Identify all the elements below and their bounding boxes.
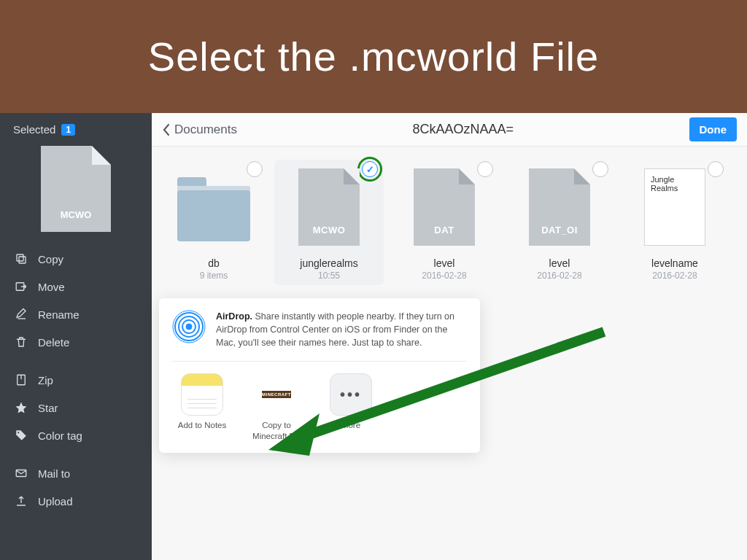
sidebar-item-zip[interactable]: Zip (0, 366, 152, 394)
sidebar-item-label: Color tag (38, 429, 82, 442)
zip-icon (15, 373, 28, 386)
back-button[interactable]: Documents (162, 122, 237, 137)
file-item-datoi[interactable]: DAT_OI level 2016-02-28 (505, 160, 614, 285)
done-button[interactable]: Done (689, 117, 738, 141)
file-name: levelname (651, 257, 698, 269)
slide-title: Select the .mcworld File (148, 33, 599, 80)
file-item-txt[interactable]: Jungle Realms levelname 2016-02-28 (620, 160, 729, 285)
sidebar-item-label: Delete (38, 336, 69, 349)
svg-point-4 (18, 432, 19, 433)
text-document-icon: Jungle Realms (635, 164, 714, 250)
sidebar-item-mail-to[interactable]: Mail to (0, 459, 152, 487)
file-sub: 2016-02-28 (537, 271, 581, 281)
document-icon: DAT (405, 164, 484, 250)
file-sub: 2016-02-28 (422, 271, 466, 281)
header-bar: Documents 8CkAAOzNAAA= Done (152, 113, 747, 147)
airdrop-icon (172, 310, 206, 343)
select-radio[interactable] (247, 161, 263, 177)
sidebar-item-delete[interactable]: Delete (0, 328, 152, 356)
share-app-notes[interactable]: Add to Notes (172, 373, 232, 441)
airdrop-row[interactable]: AirDrop. Share instantly with people nea… (172, 310, 467, 362)
share-app-more[interactable]: ••• More (321, 373, 381, 441)
sidebar-item-label: Zip (38, 374, 53, 386)
svg-point-7 (186, 324, 192, 330)
select-radio[interactable] (708, 161, 724, 177)
main-panel: Documents 8CkAAOzNAAA= Done db 9 items M… (152, 113, 747, 560)
star-icon (15, 401, 28, 414)
app-label: More (341, 420, 360, 430)
sidebar-item-label: Copy (38, 253, 63, 265)
sidebar-item-label: Upload (38, 495, 73, 508)
select-radio[interactable] (592, 161, 608, 177)
sidebar-file-preview: MCWO (41, 146, 111, 232)
file-type-label: DAT (434, 225, 454, 246)
airdrop-text: AirDrop. Share instantly with people nea… (216, 310, 467, 349)
document-icon: MCWO (290, 164, 368, 250)
sidebar: Selected 1 MCWO Copy Move Rename (0, 113, 152, 560)
file-sub: 10:55 (318, 271, 340, 281)
selected-label: Selected (13, 123, 55, 136)
rename-icon (15, 308, 28, 321)
app-label: Add to Notes (178, 420, 226, 430)
sidebar-item-label: Move (38, 281, 65, 293)
file-sub: 2016-02-28 (652, 271, 697, 281)
share-app-minecraft[interactable]: MINECRAFT Copy to Minecraft PE (247, 373, 306, 441)
svg-rect-1 (17, 254, 23, 261)
file-name: level (549, 257, 570, 269)
back-label: Documents (174, 122, 237, 137)
airdrop-title: AirDrop. (216, 311, 252, 322)
file-sub: 9 items (200, 271, 228, 281)
sidebar-item-color-tag[interactable]: Color tag (0, 421, 152, 449)
airdrop-body: Share instantly with people nearby. If t… (216, 311, 454, 348)
selected-count-row: Selected 1 (0, 123, 152, 143)
file-item-dat[interactable]: DAT level 2016-02-28 (390, 160, 499, 285)
svg-rect-0 (19, 257, 26, 263)
document-icon: DAT_OI (520, 164, 599, 250)
file-name: db (208, 257, 220, 269)
sidebar-item-upload[interactable]: Upload (0, 487, 152, 515)
sidebar-item-copy[interactable]: Copy (0, 245, 152, 273)
trash-icon (15, 335, 28, 349)
highlight-ring (357, 157, 382, 182)
sidebar-item-label: Mail to (38, 467, 70, 480)
copy-icon (15, 252, 28, 265)
folder-title: 8CkAAOzNAAA= (237, 122, 689, 137)
sidebar-item-star[interactable]: Star (0, 394, 152, 421)
tag-icon (15, 429, 28, 442)
share-sheet: AirDrop. Share instantly with people nea… (159, 298, 480, 453)
notes-app-icon (181, 373, 223, 416)
sidebar-item-move[interactable]: Move (0, 273, 152, 300)
upload-icon (15, 494, 28, 508)
file-item-mcworld[interactable]: MCWO junglerealms 10:55 (274, 160, 384, 285)
file-type-label: MCWO (313, 225, 346, 246)
sidebar-item-label: Star (38, 402, 58, 414)
selected-count-badge: 1 (61, 124, 75, 136)
minecraft-app-icon: MINECRAFT (255, 373, 298, 416)
file-app: Selected 1 MCWO Copy Move Rename (0, 113, 747, 560)
file-type-label: DAT_OI (541, 225, 578, 246)
sidebar-file-type: MCWO (61, 209, 92, 232)
file-grid: db 9 items MCWO junglerealms 10:55 DAT l… (152, 147, 747, 298)
more-icon: ••• (330, 373, 372, 416)
folder-icon (174, 164, 253, 250)
sidebar-item-rename[interactable]: Rename (0, 300, 152, 328)
app-label: Copy to Minecraft PE (247, 420, 306, 441)
mail-icon (15, 467, 28, 480)
sidebar-item-label: Rename (38, 308, 80, 321)
share-apps-row: Add to Notes MINECRAFT Copy to Minecraft… (172, 362, 467, 441)
move-icon (15, 280, 28, 293)
slide-banner: Select the .mcworld File (0, 0, 747, 113)
text-preview: Jungle Realms (644, 168, 705, 246)
file-item-folder[interactable]: db 9 items (159, 160, 268, 285)
file-name: level (434, 257, 455, 269)
file-name: junglerealms (300, 257, 357, 269)
select-radio[interactable] (477, 161, 493, 177)
chevron-left-icon (162, 123, 170, 136)
sidebar-actions: Copy Move Rename Delete Zip Star (0, 245, 152, 515)
